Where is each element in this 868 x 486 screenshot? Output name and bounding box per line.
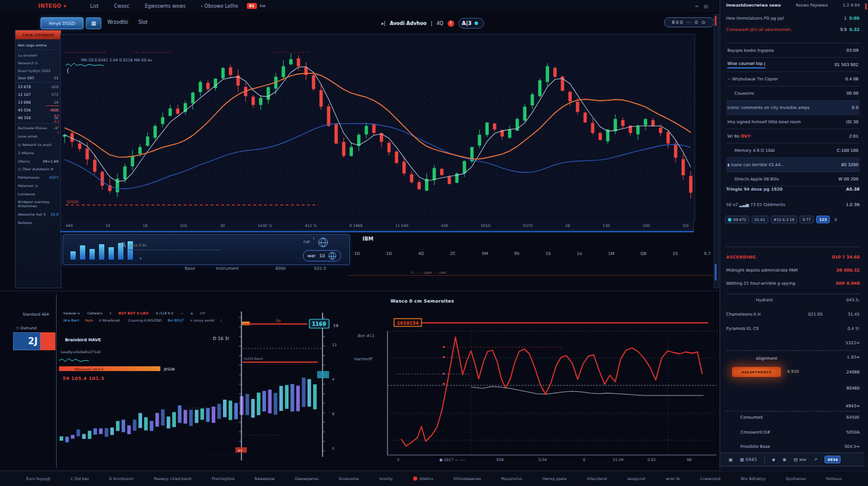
statusbar-item[interactable]: Dysttwnes xyxy=(786,476,806,481)
sidebar-alert-row[interactable]: Wetting 21 hour-wrinkle g spying50# 0.04… xyxy=(726,277,860,290)
statusbar-item[interactable]: Fettesss xyxy=(826,476,842,481)
sidebar-table-row[interactable]: ~ Wrybutwuk Tin Copier0.4 06 xyxy=(726,72,860,86)
statusbar-item[interactable]: Ftemisgtind xyxy=(212,476,234,481)
watchlist-footer-row[interactable]: 2 Hfezne xyxy=(16,148,61,157)
timeframe-button[interactable]: 0.7 xyxy=(703,251,712,257)
watchlist-section-label[interactable]: La onsoom xyxy=(16,50,61,58)
alert-badge-icon[interactable]: ! xyxy=(448,20,454,27)
timeframe-button[interactable]: 9S xyxy=(513,251,520,257)
panel-a-value-box[interactable]: 2J xyxy=(13,332,41,350)
sidebar-table-row[interactable]: Memory 4.9 O 10AIC-100 100 xyxy=(726,144,860,158)
watchlist-quote-row[interactable]: 12 107575 xyxy=(16,91,61,98)
watchlist-footer-row[interactable]: ◎ Awward za anyd xyxy=(16,141,61,149)
timeframe-button[interactable]: 1o xyxy=(576,251,584,257)
ticker-label[interactable]: IBM xyxy=(362,236,373,242)
sidebar-toolbar-button[interactable]: 0934 xyxy=(824,456,841,463)
view-label-1[interactable]: Wrzodtki xyxy=(107,20,128,25)
topbar-menu-item[interactable]: Egwsswms wows xyxy=(145,4,185,9)
sidebar-table-row[interactable]: Directs Apple 08 BillsW 00 200 xyxy=(726,172,860,186)
globe-icon[interactable] xyxy=(318,238,328,247)
sidebar-pill[interactable]: 9 77 xyxy=(799,216,814,223)
statusbar-item[interactable]: Bhs Bdtiwtyy xyxy=(740,476,765,481)
panel-a-red-box[interactable] xyxy=(41,332,55,350)
timeframe-button[interactable]: 4D xyxy=(417,251,425,257)
sidebar-pill[interactable]: 0 xyxy=(832,216,839,223)
notification-badge[interactable]: 01 xyxy=(247,3,257,9)
statusbar-item[interactable]: Iasspynxt xyxy=(627,476,646,481)
watchlist-footer-row[interactable]: Lamwave xyxy=(16,189,61,198)
app-logo[interactable]: INTEGO ▾ xyxy=(38,3,66,9)
watchlist-filter-row[interactable]: Sour 093 11 xyxy=(16,73,61,83)
statusbar-item[interactable]: D Grootssom xyxy=(109,476,134,481)
interval-label[interactable]: 4Q xyxy=(436,21,443,26)
statusbar-item[interactable]: Dawwpwnes xyxy=(295,476,319,481)
topbar-right-icons[interactable]: ≡ ▤ xyxy=(695,4,710,9)
sidebar-scrollbar[interactable] xyxy=(864,0,868,469)
statusbar-item[interactable]: wrwr Ib xyxy=(666,476,680,481)
search-input[interactable] xyxy=(129,241,221,250)
watchlist-footer-row[interactable]: Bridgeor overway Ahtommes xyxy=(16,198,61,210)
statusbar-item[interactable]: Dodsvetse xyxy=(339,476,359,481)
timeframe-button[interactable]: 2C xyxy=(449,251,457,257)
primary-action-button[interactable]: Hrryk DSSD xyxy=(41,17,83,29)
topbar-menu-item[interactable]: Cwsoc xyxy=(114,4,129,9)
timeframe-button[interactable]: 1D xyxy=(385,251,393,257)
watchlist-footer-row[interactable]: Pohtemeses0107 xyxy=(16,173,61,182)
watchlist-footer-row[interactable]: (Henry09+1.99 xyxy=(16,157,61,165)
sidebar-alert-row[interactable]: Midnight depots administrate PAM20 500.3… xyxy=(726,264,860,277)
meta-instrument[interactable]: Instrument xyxy=(216,266,239,271)
sidebar-toolbar-button[interactable]: ◆ xyxy=(772,457,776,462)
glowing-action-button[interactable]: ASSORTMENTS xyxy=(732,367,781,377)
sidebar-toolbar-button[interactable]: ▣ xyxy=(728,457,733,462)
sidebar-toolbar-button[interactable]: ↗ xyxy=(814,457,817,462)
sidebar-toolbar-button[interactable]: ▤ ww xyxy=(793,457,807,462)
meta-base[interactable]: Base xyxy=(185,266,195,271)
statusbar-item[interactable]: Reewyy Liliad besst xyxy=(154,476,191,481)
main-candlestick-chart[interactable]: MA-20 0.0341 2.04 0.0216 MA-50 av(03120 xyxy=(60,34,695,222)
sidebar-pill[interactable]: 01.01 xyxy=(752,216,768,223)
sidebar-table-row[interactable]: Couwsins00 00 xyxy=(726,86,860,101)
topbar-menu-item[interactable]: ‹ Obsowe Lethe xyxy=(201,4,238,9)
statusbar-item[interactable]: tsrenty xyxy=(379,476,393,481)
sidebar-table-row[interactable]: Bayqes koxko Ingspoa03:09 xyxy=(726,43,860,58)
pair-pill[interactable]: A|3 xyxy=(458,18,485,29)
watchlist-footer-row[interactable]: Peterson 'y xyxy=(16,181,61,189)
statusbar-item[interactable]: Rawadsow xyxy=(255,476,275,481)
watchlist-section-label[interactable]: Research b xyxy=(16,58,61,66)
sidebar-toolbar-button[interactable]: ◉ xyxy=(782,457,786,462)
layout-icon-button[interactable]: ▦ xyxy=(86,17,101,29)
sidebar-toolbar-button[interactable]: ▦ 6945 xyxy=(740,457,757,462)
timeframe-button[interactable]: 1S xyxy=(544,251,552,257)
region-pill-button[interactable]: war 10 xyxy=(303,250,341,261)
sidebar-table-row[interactable]: ◖ Ivans can terrible 43 A4...80 3200 xyxy=(726,158,860,172)
timeframe-button[interactable]: 1S xyxy=(671,251,679,257)
sidebar-table-row[interactable]: Wise counsel top j01 503 902 xyxy=(726,58,860,72)
sidebar-alert-row[interactable]: ASCENDING010 7 34.60 xyxy=(726,251,860,264)
watchlist-footer-row[interactable]: ◫ Ober Autotoxin # xyxy=(16,165,61,173)
ascending-bar-chart[interactable]: Brainbird HAVELoudly+0x0w0x1T1x0MEwwwett… xyxy=(57,306,347,468)
timeframe-button[interactable]: 1M xyxy=(607,251,616,257)
watchlist-footer-row[interactable]: Awesome Aat 419.9 xyxy=(16,210,61,219)
statusbar-item[interactable]: Vitacidend xyxy=(587,476,607,481)
watchlist-header[interactable]: CHIA-CRIBBED xyxy=(16,30,61,39)
statusbar-item[interactable]: Hwreg ypata xyxy=(542,476,567,481)
watchlist-footer-row[interactable]: Balepes xyxy=(16,219,61,227)
timeframe-button[interactable]: Q8 xyxy=(639,251,647,257)
collapse-icon[interactable]: ▸| xyxy=(382,21,386,26)
timeframe-button[interactable]: 5M xyxy=(480,251,489,257)
sidebar-table-row[interactable]: W/ 8o OV7·2:01 xyxy=(726,129,860,144)
sidebar-table-row[interactable]: Ima signed himself little bowl room(0) 3… xyxy=(726,115,860,129)
sidebar-table-row[interactable]: Iconic comments on city invisible amps0 … xyxy=(726,101,860,115)
statusbar-item[interactable]: Idletics xyxy=(413,476,433,481)
symbol-name[interactable]: Avodi Advhoo xyxy=(390,21,427,26)
statusbar-item[interactable]: Muusroniul xyxy=(501,476,522,481)
sidebar-pill[interactable]: #12 6.3 19 xyxy=(771,216,798,223)
sidebar-pill[interactable]: 09:472 xyxy=(725,216,749,223)
red-line-chart[interactable]: 1010154 xyxy=(352,292,720,469)
main-scrollbar[interactable] xyxy=(714,14,719,288)
sidebar-pill[interactable]: 123 xyxy=(816,216,830,223)
topbar-menu-item[interactable]: List xyxy=(90,4,98,9)
statusbar-item[interactable]: C Std bas xyxy=(71,476,89,481)
watchlist-section-label[interactable]: Bravi hydlyn 3265 xyxy=(16,66,61,73)
statusbar-item[interactable]: Vilhsidwawvas xyxy=(453,476,480,481)
